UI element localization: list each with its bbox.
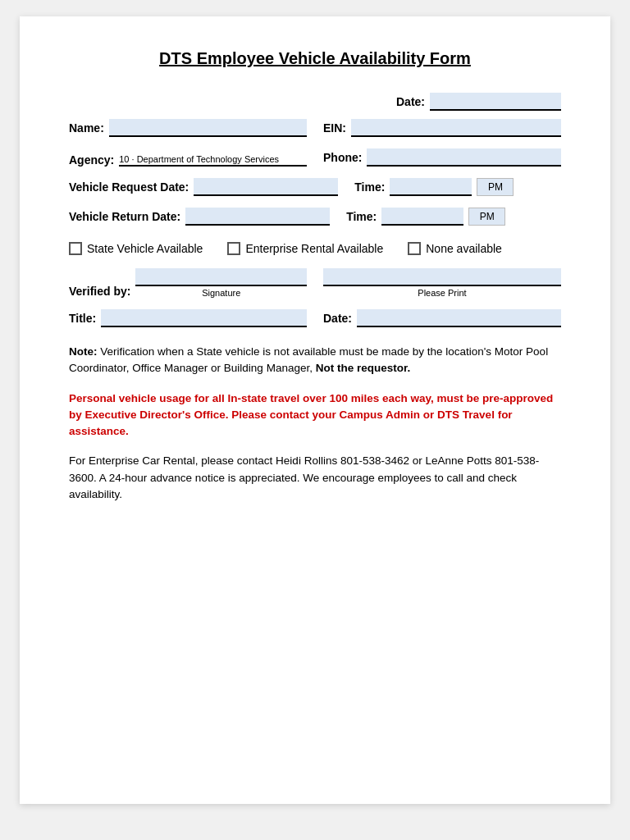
time-return-col: Time: PM	[346, 208, 561, 226]
verified-by-label: Verified by:	[69, 285, 130, 298]
none-available-checkbox-item: None available	[408, 242, 502, 255]
verified-col: Verified by: Signature	[69, 268, 307, 298]
vehicle-request-date-col: Vehicle Request Date:	[69, 178, 338, 196]
state-vehicle-checkbox-item: State Vehicle Available	[69, 242, 203, 255]
ein-label: EIN:	[323, 121, 346, 135]
ein-col: EIN:	[323, 119, 561, 137]
agency-col: Agency: 10 · Department of Technology Se…	[69, 153, 307, 167]
agency-value: 10 · Department of Technology Services	[119, 154, 279, 164]
state-vehicle-checkbox[interactable]	[69, 242, 82, 255]
title-col: Title:	[69, 309, 307, 327]
red-notice: Personal vehicle usage for all In-state …	[69, 390, 561, 441]
phone-col: Phone:	[323, 148, 561, 167]
name-input[interactable]	[109, 119, 307, 137]
title-date-row: Title: Date:	[69, 309, 561, 327]
time-return-input[interactable]	[381, 208, 463, 226]
enterprise-rental-label: Enterprise Rental Available	[245, 242, 383, 255]
note-text: Verification when a State vehicle is not…	[69, 345, 548, 374]
print-input-wrap: Please Print	[323, 268, 561, 298]
vehicle-request-date-input[interactable]	[194, 178, 338, 196]
enterprise-rental-checkbox[interactable]	[227, 242, 240, 255]
print-sublabel: Please Print	[418, 288, 466, 298]
time-request-ampm: PM	[477, 178, 514, 196]
time-request-col: Time: PM	[354, 178, 561, 196]
note-bold-end: Not the requestor.	[316, 362, 411, 374]
date-top-input[interactable]	[430, 93, 561, 111]
time-return-ampm: PM	[468, 208, 505, 226]
note-section: Note: Verification when a State vehicle …	[69, 344, 561, 377]
name-col: Name:	[69, 119, 307, 137]
verified-input-wrap: Signature	[135, 268, 307, 298]
agency-value-wrap: 10 · Department of Technology Services	[119, 154, 307, 167]
title-input[interactable]	[101, 309, 307, 327]
date-bottom-col: Date:	[323, 309, 561, 327]
checkbox-section: State Vehicle Available Enterprise Renta…	[69, 242, 561, 255]
agency-label: Agency:	[69, 153, 114, 167]
vehicle-return-date-input[interactable]	[185, 208, 330, 226]
form-page: DTS Employee Vehicle Availability Form D…	[20, 16, 610, 804]
signature-sublabel: Signature	[202, 288, 240, 298]
none-available-checkbox[interactable]	[408, 242, 421, 255]
phone-input[interactable]	[367, 148, 561, 167]
form-title: DTS Employee Vehicle Availability Form	[69, 49, 561, 68]
name-label: Name:	[69, 121, 104, 135]
note-prefix: Note:	[69, 345, 98, 358]
title-label: Title:	[69, 312, 96, 325]
print-input[interactable]	[323, 268, 561, 286]
verified-row: Verified by: Signature Please Print	[69, 268, 561, 298]
vehicle-return-date-label: Vehicle Return Date:	[69, 210, 180, 223]
none-available-label: None available	[426, 242, 502, 255]
return-date-time-row: Vehicle Return Date: Time: PM	[69, 208, 561, 226]
date-bottom-label: Date:	[323, 312, 352, 325]
verified-section: Verified by: Signature Please Print	[69, 268, 561, 298]
date-top-label: Date:	[396, 95, 425, 108]
date-top-col: Date:	[396, 93, 561, 111]
agency-underline	[119, 165, 307, 167]
ein-input[interactable]	[351, 119, 561, 137]
signature-input[interactable]	[135, 268, 307, 286]
time-return-label: Time:	[346, 210, 377, 223]
time-request-label: Time:	[354, 180, 385, 194]
vehicle-return-date-col: Vehicle Return Date:	[69, 208, 330, 226]
date-bottom-input[interactable]	[357, 309, 561, 327]
time-request-input[interactable]	[390, 178, 472, 196]
date-top-row: Date:	[69, 93, 561, 111]
request-date-time-row: Vehicle Request Date: Time: PM	[69, 178, 561, 196]
enterprise-notice: For Enterprise Car Rental, please contac…	[69, 453, 561, 503]
agency-phone-row: Agency: 10 · Department of Technology Se…	[69, 148, 561, 167]
state-vehicle-label: State Vehicle Available	[87, 242, 203, 255]
name-ein-row: Name: EIN:	[69, 119, 561, 137]
enterprise-rental-checkbox-item: Enterprise Rental Available	[227, 242, 383, 255]
vehicle-request-date-label: Vehicle Request Date:	[69, 180, 189, 194]
phone-label: Phone:	[323, 151, 362, 164]
